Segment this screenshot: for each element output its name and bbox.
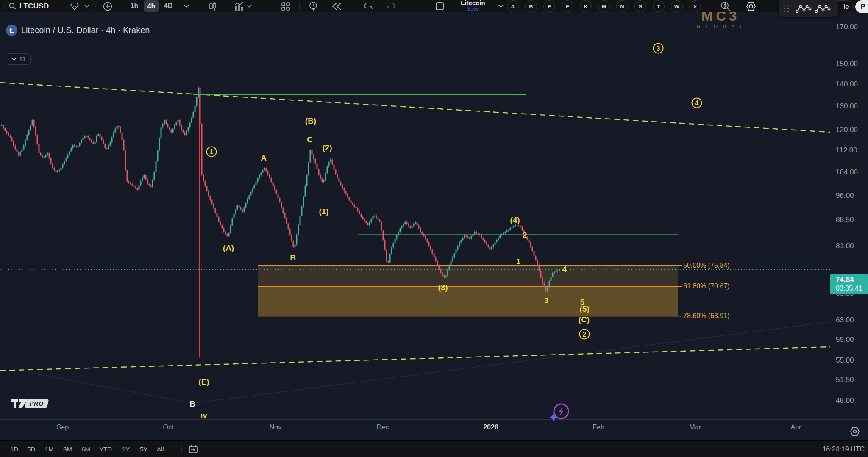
interval-button-4h[interactable]: 4h (144, 0, 159, 12)
diamond-icon[interactable] (70, 2, 79, 11)
supercharts-bolt-icon[interactable] (548, 402, 570, 424)
wave-label[interactable]: C (307, 135, 313, 144)
candle-body (410, 226, 411, 228)
axis-settings-icon[interactable] (849, 427, 860, 438)
candle-body (447, 270, 448, 276)
range-button-3M[interactable]: 3M (63, 441, 72, 457)
floating-drawing-toolbar[interactable] (779, 0, 838, 17)
symbol-search-field[interactable]: LTCUSD (3, 1, 96, 11)
candle-body (284, 213, 286, 218)
candle-body (500, 235, 501, 238)
wave-label[interactable]: 3 (544, 296, 549, 305)
layout-menu-chevron-icon[interactable] (498, 0, 504, 12)
range-button-1Y[interactable]: 1Y (122, 441, 130, 457)
wave-label[interactable]: 4 (562, 265, 567, 274)
candle-body (69, 151, 70, 155)
candle-body (223, 228, 225, 232)
publish-button[interactable]: P (855, 0, 868, 13)
chevron-down-icon[interactable] (84, 5, 89, 8)
range-button-1D[interactable]: 1D (10, 441, 18, 457)
wave-label[interactable]: (5) (579, 305, 589, 314)
wave-label[interactable]: (C) (579, 315, 590, 324)
wave-label[interactable]: (E) (198, 377, 209, 387)
candle-body (157, 150, 159, 161)
user-badge-S[interactable]: S (634, 0, 646, 12)
session-clock[interactable]: 16:24:19 UTC (822, 441, 865, 457)
layout-title-button[interactable]: Litecoin Save (456, 0, 490, 12)
user-badge-K[interactable]: K (580, 0, 592, 12)
wave-label[interactable]: 4 (692, 98, 702, 108)
candle-body (417, 222, 418, 225)
user-badge-M[interactable]: M (598, 0, 610, 12)
user-badge-A[interactable]: A (507, 0, 519, 12)
price-chart[interactable] (0, 0, 868, 457)
user-badge-F[interactable]: F (562, 0, 573, 12)
object-tree-chip[interactable]: 11 (7, 53, 31, 65)
wave-label[interactable]: 3 (653, 43, 664, 54)
go-to-date-button[interactable] (188, 441, 198, 457)
candle-body (373, 216, 374, 219)
layout-grid-button[interactable] (280, 0, 292, 12)
wave-label[interactable]: 1 (516, 257, 521, 266)
divider (196, 3, 196, 10)
interval-button-1h[interactable]: 1h (127, 0, 142, 11)
indicators-button[interactable] (233, 0, 253, 12)
range-button-1M[interactable]: 1M (45, 441, 54, 457)
save-label[interactable]: Save (456, 6, 490, 12)
redo-button[interactable] (385, 0, 398, 12)
wave-label[interactable]: B (189, 399, 195, 409)
range-button-5Y[interactable]: 5Y (140, 441, 147, 457)
wave-label[interactable]: 2 (579, 329, 590, 340)
zigzag-pattern-icon[interactable] (815, 3, 831, 14)
candle-body (17, 149, 18, 152)
alert-button[interactable] (307, 0, 320, 12)
time-axis[interactable]: SepOctNovDec2026FebMarApr (0, 419, 868, 440)
user-badge-F[interactable]: F (543, 0, 555, 12)
wave-label[interactable]: 1 (206, 147, 217, 157)
candle-body (50, 158, 52, 164)
bar-replay-button[interactable] (331, 0, 343, 12)
user-badge-B[interactable]: B (525, 0, 537, 12)
user-badge-T[interactable]: T (653, 0, 665, 12)
symbol-ticker: LTCUSD (19, 2, 49, 11)
candle-body (145, 175, 147, 179)
wave-label[interactable]: (A) (223, 244, 234, 253)
interval-menu-chevron-icon[interactable] (184, 0, 189, 12)
range-button-6M[interactable]: 6M (81, 441, 90, 457)
symbol-legend[interactable]: Ł Litecoin / U.S. Dollar · 4h · Kraken (6, 25, 150, 36)
user-badge-W[interactable]: W (671, 0, 683, 12)
range-button-5D[interactable]: 5D (27, 441, 35, 457)
elliott-wave-pattern-icon[interactable] (796, 3, 812, 14)
chart-style-button[interactable] (207, 0, 219, 12)
candle-body (551, 277, 552, 281)
wave-label[interactable]: 2 (523, 230, 527, 240)
wave-label[interactable]: B (290, 253, 296, 263)
user-badge-N[interactable]: N (616, 0, 628, 12)
price-axis[interactable]: 170.00150.00140.00130.00120.00112.00104.… (830, 12, 868, 440)
wave-label[interactable]: (4) (510, 216, 520, 225)
quick-search-button[interactable] (719, 0, 732, 12)
wave-label[interactable]: A (261, 153, 267, 163)
user-badge-X[interactable]: X (689, 0, 701, 12)
candle-body (228, 233, 230, 236)
wave-label[interactable]: (2) (322, 143, 332, 152)
candle-body (130, 183, 131, 184)
range-button-YTD[interactable]: YTD (99, 441, 112, 457)
candle-body (367, 223, 369, 225)
compare-add-button[interactable] (102, 0, 114, 12)
candle-body (349, 197, 350, 200)
wave-label[interactable]: (1) (319, 207, 328, 216)
undo-button[interactable] (362, 0, 374, 12)
wave-label[interactable]: (B) (305, 116, 316, 126)
tradingview-logo[interactable]: PRO (11, 398, 48, 409)
interval-button-4D[interactable]: 4D (161, 0, 176, 11)
wave-label[interactable]: (3) (438, 283, 448, 292)
save-checkbox[interactable] (433, 0, 446, 12)
screener-button[interactable] (745, 0, 757, 12)
wave-label[interactable]: iv (200, 411, 207, 420)
drag-handle-icon[interactable] (784, 5, 789, 12)
candle-body (44, 157, 45, 158)
dashed-channel-line (0, 347, 830, 371)
range-button-All[interactable]: All (157, 441, 164, 457)
symbol-title: Litecoin / U.S. Dollar · 4h · Kraken (21, 25, 150, 35)
